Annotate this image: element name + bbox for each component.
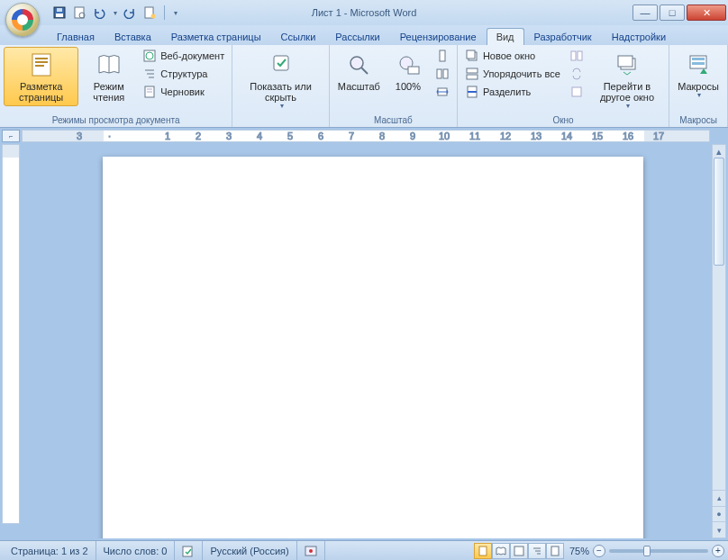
side-by-side-button[interactable] xyxy=(566,47,587,65)
split-icon xyxy=(465,85,479,99)
sync-scroll-button[interactable] xyxy=(566,65,587,83)
switch-windows-icon xyxy=(613,50,642,79)
draft-button[interactable]: Черновик xyxy=(139,83,228,101)
web-layout-button[interactable]: Веб-документ xyxy=(139,47,228,65)
vertical-ruler[interactable] xyxy=(2,144,20,524)
save-icon[interactable] xyxy=(52,5,67,20)
redo-icon[interactable] xyxy=(123,5,137,20)
ribbon-tabs: Главная Вставка Разметка страницы Ссылки… xyxy=(0,25,728,45)
zoom-out-button[interactable]: − xyxy=(593,545,605,557)
view-draft[interactable] xyxy=(546,543,564,559)
outline-icon xyxy=(142,67,157,81)
side-by-side-icon xyxy=(569,49,584,63)
svg-text:16: 16 xyxy=(623,131,633,141)
ruler-corner[interactable]: ⌐ xyxy=(2,130,20,142)
print-preview-icon[interactable] xyxy=(72,5,86,20)
view-web[interactable] xyxy=(510,543,528,559)
scroll-thumb[interactable] xyxy=(714,158,724,266)
status-words[interactable]: Число слов: 0 xyxy=(96,541,176,560)
zoom-level[interactable]: 75% xyxy=(569,546,589,556)
zoom-slider-thumb[interactable] xyxy=(643,546,651,556)
group-zoom-label: Масштаб xyxy=(333,114,453,127)
svg-rect-2 xyxy=(57,8,62,12)
tab-home[interactable]: Главная xyxy=(47,28,105,45)
reset-pos-icon xyxy=(569,85,584,99)
view-reading[interactable] xyxy=(492,543,510,559)
ribbon: Разметка страницы Режим чтения Веб-докум… xyxy=(0,45,728,128)
svg-rect-40 xyxy=(618,56,632,67)
qat-customize-icon[interactable]: ▾ xyxy=(174,9,177,17)
status-macro-rec[interactable] xyxy=(297,541,325,560)
workspace: ⌐ 3· 1234 5678 9101112 13141516 17 ▴ ▾ ▴… xyxy=(0,128,728,540)
print-layout-button[interactable]: Разметка страницы xyxy=(4,47,78,106)
svg-point-6 xyxy=(151,14,156,19)
office-button[interactable] xyxy=(5,3,40,37)
svg-rect-8 xyxy=(35,58,48,59)
new-window-button[interactable]: Новое окно xyxy=(461,47,564,65)
reading-layout-button[interactable]: Режим чтения xyxy=(80,47,137,106)
svg-rect-27 xyxy=(437,69,441,78)
svg-rect-20 xyxy=(274,56,288,70)
svg-text:·: · xyxy=(108,131,111,141)
group-views-label: Режимы просмотра документа xyxy=(4,114,228,127)
minimize-button[interactable]: — xyxy=(632,5,658,21)
new-doc-icon[interactable] xyxy=(142,5,157,20)
prev-page-button[interactable]: ▴ xyxy=(713,491,725,506)
status-page[interactable]: Страница: 1 из 2 xyxy=(4,541,96,560)
tab-addins[interactable]: Надстройки xyxy=(602,28,676,45)
vertical-scrollbar[interactable]: ▴ ▾ xyxy=(712,144,726,524)
next-page-button[interactable]: ▾ xyxy=(713,521,725,537)
group-show-hide: Показать или скрыть▾ xyxy=(232,45,330,127)
document-area[interactable] xyxy=(22,144,726,538)
zoom-button[interactable]: Масштаб xyxy=(333,47,385,95)
split-label: Разделить xyxy=(483,86,531,97)
web-icon xyxy=(142,49,157,63)
reset-pos-button[interactable] xyxy=(566,83,587,101)
tab-view[interactable]: Вид xyxy=(487,28,524,45)
show-hide-button[interactable]: Показать или скрыть▾ xyxy=(236,47,325,114)
svg-rect-10 xyxy=(35,65,44,67)
one-page-icon xyxy=(435,49,450,63)
tab-references[interactable]: Ссылки xyxy=(271,28,326,45)
macros-button[interactable]: Макросы▾ xyxy=(673,47,723,104)
svg-text:13: 13 xyxy=(531,131,541,141)
zoom-100-button[interactable]: 100% xyxy=(387,47,430,95)
status-language[interactable]: Русский (Россия) xyxy=(203,541,296,560)
zoom-100-label: 100% xyxy=(396,81,421,92)
select-browse-object-button[interactable]: ● xyxy=(713,506,725,522)
page-width-button[interactable] xyxy=(432,83,453,101)
svg-text:7: 7 xyxy=(349,131,354,141)
tab-mailings[interactable]: Рассылки xyxy=(325,28,389,45)
maximize-button[interactable]: □ xyxy=(660,5,685,21)
status-proofing[interactable] xyxy=(175,541,203,560)
page[interactable] xyxy=(103,157,643,538)
tab-developer[interactable]: Разработчик xyxy=(524,28,602,45)
zoom-100-icon xyxy=(394,50,423,79)
tab-page-layout[interactable]: Разметка страницы xyxy=(161,28,271,45)
split-button[interactable]: Разделить xyxy=(461,83,564,101)
group-macros-label: Макросы xyxy=(673,114,723,127)
svg-text:4: 4 xyxy=(257,131,262,141)
tab-review[interactable]: Рецензирование xyxy=(390,28,487,45)
one-page-button[interactable] xyxy=(432,47,453,65)
outline-button[interactable]: Структура xyxy=(139,65,228,83)
svg-point-21 xyxy=(350,57,363,69)
undo-icon[interactable] xyxy=(92,5,106,20)
page-width-icon xyxy=(435,85,450,99)
view-outline[interactable] xyxy=(528,543,546,559)
two-pages-button[interactable] xyxy=(432,65,453,83)
svg-text:8: 8 xyxy=(379,131,385,141)
close-button[interactable]: ✕ xyxy=(687,5,726,21)
view-print-layout[interactable] xyxy=(474,543,492,559)
zoom-slider[interactable] xyxy=(609,549,708,553)
zoom-in-button[interactable]: + xyxy=(712,545,724,557)
horizontal-ruler[interactable]: 3· 1234 5678 9101112 13141516 17 xyxy=(22,130,710,142)
scroll-up-icon[interactable]: ▴ xyxy=(713,145,725,158)
svg-text:2: 2 xyxy=(196,131,201,141)
undo-dropdown-icon[interactable]: ▾ xyxy=(114,9,117,17)
svg-text:3: 3 xyxy=(77,131,82,141)
svg-text:9: 9 xyxy=(410,131,415,141)
switch-windows-button[interactable]: Перейти в другое окно▾ xyxy=(589,47,665,114)
tab-insert[interactable]: Вставка xyxy=(105,28,161,45)
arrange-all-button[interactable]: Упорядочить все xyxy=(461,65,564,83)
